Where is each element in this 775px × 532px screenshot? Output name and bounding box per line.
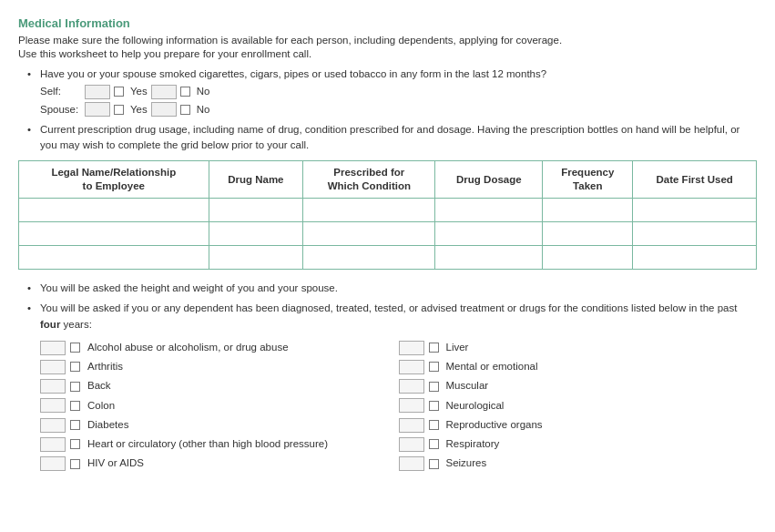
section-title: Medical Information bbox=[18, 16, 757, 30]
spouse-label: Spouse: bbox=[40, 102, 81, 118]
table-row bbox=[19, 246, 757, 270]
cell-date-1[interactable] bbox=[633, 199, 757, 222]
self-no-checkbox[interactable] bbox=[180, 87, 190, 97]
col-header-drug-name: Drug Name bbox=[209, 161, 303, 199]
cell-drug-name-1[interactable] bbox=[209, 199, 303, 222]
cell-drug-name-3[interactable] bbox=[209, 246, 303, 270]
condition-alcohol: Alcohol abuse or alcoholism, or drug abu… bbox=[40, 340, 399, 355]
cell-name-rel-3[interactable] bbox=[19, 246, 209, 270]
conditions-intro-text: You will be asked if you or any dependen… bbox=[40, 302, 737, 329]
spouse-yes-label: Yes bbox=[130, 102, 148, 118]
self-label: Self: bbox=[40, 84, 81, 99]
condition-colon: Colon bbox=[40, 398, 399, 414]
condition-box-reproductive bbox=[399, 418, 424, 433]
condition-label-back: Back bbox=[87, 378, 111, 394]
condition-reproductive: Reproductive organs bbox=[399, 417, 758, 433]
cell-dosage-2[interactable] bbox=[435, 222, 543, 246]
intro-line-2: Use this worksheet to help you prepare f… bbox=[18, 48, 757, 59]
condition-arthritis: Arthritis bbox=[40, 359, 399, 374]
condition-box-alcohol bbox=[40, 341, 66, 355]
condition-diabetes: Diabetes bbox=[40, 417, 399, 433]
condition-label-diabetes: Diabetes bbox=[87, 417, 128, 433]
condition-checkbox-back[interactable] bbox=[70, 382, 80, 392]
condition-box-neurological bbox=[399, 398, 424, 413]
condition-box-liver bbox=[399, 341, 424, 355]
cell-name-rel-2[interactable] bbox=[19, 222, 209, 246]
condition-checkbox-hiv[interactable] bbox=[70, 459, 80, 469]
condition-label-reproductive: Reproductive organs bbox=[446, 417, 543, 433]
cell-prescribed-1[interactable] bbox=[303, 199, 435, 222]
spouse-yes-checkbox[interactable] bbox=[114, 105, 124, 115]
condition-label-liver: Liver bbox=[446, 340, 469, 355]
cell-dosage-3[interactable] bbox=[435, 246, 543, 270]
cell-prescribed-2[interactable] bbox=[303, 222, 435, 246]
condition-heart: Heart or circulatory (other than high bl… bbox=[40, 436, 399, 452]
cell-date-3[interactable] bbox=[633, 246, 757, 270]
col-header-date-first-used: Date First Used bbox=[633, 161, 757, 199]
condition-box-muscular bbox=[399, 379, 424, 394]
cell-date-2[interactable] bbox=[633, 222, 757, 246]
col-header-frequency: FrequencyTaken bbox=[543, 161, 633, 199]
drug-table: Legal Name/Relationshipto Employee Drug … bbox=[18, 160, 757, 270]
condition-box-heart bbox=[40, 437, 66, 452]
condition-label-hiv: HIV or AIDS bbox=[87, 455, 144, 471]
condition-checkbox-reproductive[interactable] bbox=[429, 420, 439, 430]
self-yes-checkbox[interactable] bbox=[114, 87, 124, 97]
condition-box-diabetes bbox=[40, 418, 66, 433]
condition-liver: Liver bbox=[399, 340, 758, 355]
spouse-no-input-box bbox=[151, 102, 177, 117]
spouse-no-label: No bbox=[197, 102, 210, 118]
cell-dosage-1[interactable] bbox=[435, 199, 543, 222]
condition-box-hiv bbox=[40, 456, 66, 471]
condition-checkbox-neurological[interactable] bbox=[429, 401, 439, 411]
cell-prescribed-3[interactable] bbox=[303, 246, 435, 270]
condition-checkbox-respiratory[interactable] bbox=[429, 439, 439, 449]
condition-respiratory: Respiratory bbox=[399, 436, 758, 452]
cell-frequency-2[interactable] bbox=[543, 222, 633, 246]
self-input-box bbox=[85, 85, 110, 99]
cell-name-rel-1[interactable] bbox=[19, 199, 209, 222]
condition-label-muscular: Muscular bbox=[446, 378, 489, 394]
condition-box-respiratory bbox=[399, 437, 424, 452]
condition-checkbox-heart[interactable] bbox=[70, 439, 80, 449]
condition-neurological: Neurological bbox=[399, 398, 758, 414]
condition-checkbox-liver[interactable] bbox=[429, 343, 439, 353]
condition-label-neurological: Neurological bbox=[446, 398, 505, 414]
intro-line-1: Please make sure the following informati… bbox=[18, 35, 757, 46]
col-header-dosage: Drug Dosage bbox=[435, 161, 543, 199]
cell-frequency-1[interactable] bbox=[543, 199, 633, 222]
condition-label-arthritis: Arthritis bbox=[87, 359, 123, 374]
cell-drug-name-2[interactable] bbox=[209, 222, 303, 246]
conditions-col-1: Alcohol abuse or alcoholism, or drug abu… bbox=[40, 340, 399, 476]
condition-hiv: HIV or AIDS bbox=[40, 455, 399, 471]
condition-checkbox-mental[interactable] bbox=[429, 362, 439, 372]
condition-box-seizures bbox=[399, 456, 424, 471]
condition-label-colon: Colon bbox=[87, 398, 115, 414]
col-header-name-relationship: Legal Name/Relationshipto Employee bbox=[19, 161, 209, 199]
table-row bbox=[19, 199, 757, 222]
spouse-no-checkbox[interactable] bbox=[180, 105, 190, 115]
condition-checkbox-alcohol[interactable] bbox=[70, 343, 80, 353]
cell-frequency-3[interactable] bbox=[543, 246, 633, 270]
condition-checkbox-muscular[interactable] bbox=[429, 382, 439, 392]
height-weight-text: You will be asked the height and weight … bbox=[40, 282, 338, 293]
table-row bbox=[19, 222, 757, 246]
condition-box-colon bbox=[40, 398, 66, 413]
condition-checkbox-arthritis[interactable] bbox=[70, 362, 80, 372]
condition-box-back bbox=[40, 379, 66, 394]
condition-checkbox-colon[interactable] bbox=[70, 401, 80, 411]
prescription-text: Current prescription drug usage, includi… bbox=[40, 124, 739, 150]
condition-label-mental: Mental or emotional bbox=[446, 359, 538, 374]
condition-label-seizures: Seizures bbox=[446, 455, 487, 471]
condition-checkbox-diabetes[interactable] bbox=[70, 420, 80, 430]
condition-label-alcohol: Alcohol abuse or alcoholism, or drug abu… bbox=[87, 340, 289, 355]
condition-mental: Mental or emotional bbox=[399, 359, 758, 374]
condition-checkbox-seizures[interactable] bbox=[429, 459, 439, 469]
condition-muscular: Muscular bbox=[399, 378, 758, 394]
conditions-col-2: Liver Mental or emotional Muscular Neuro… bbox=[399, 340, 758, 476]
condition-back: Back bbox=[40, 378, 399, 394]
self-yes-label: Yes bbox=[130, 84, 148, 99]
spouse-input-box bbox=[85, 102, 110, 117]
tobacco-question: Have you or your spouse smoked cigarette… bbox=[40, 68, 546, 79]
condition-box-arthritis bbox=[40, 360, 66, 374]
